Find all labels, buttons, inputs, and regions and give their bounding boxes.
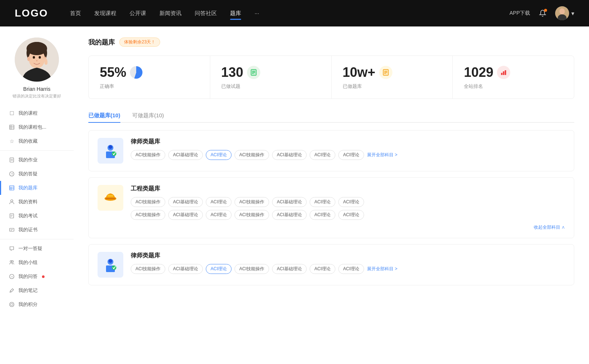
- tag-1-4[interactable]: ACI技能操作: [234, 150, 269, 160]
- nav-open-course[interactable]: 公开课: [130, 10, 146, 17]
- bank-icon-engineering: [98, 185, 123, 211]
- nav-news[interactable]: 新闻资讯: [159, 10, 181, 17]
- tag-3-6[interactable]: ACI理论: [310, 264, 335, 274]
- tag-1-5[interactable]: ACI基础理论: [272, 150, 307, 160]
- accuracy-label: 正确率: [100, 83, 199, 90]
- tag-1-3[interactable]: ACI理论: [206, 150, 232, 160]
- sidebar-item-points[interactable]: 我的积分: [0, 297, 74, 311]
- tag-2-2-6[interactable]: ACI理论: [310, 210, 335, 220]
- tag-2-2-4[interactable]: ACI技能操作: [234, 210, 269, 220]
- sidebar: Brian Harris 错误的决定比没有决定要好 ☐ 我的课程 我的课程包..…: [0, 26, 74, 364]
- divider-2: [0, 239, 74, 239]
- questions-dot: [42, 275, 45, 278]
- user-motto: 错误的决定比没有决定要好: [9, 93, 65, 99]
- tag-1-2[interactable]: ACI基础理论: [168, 150, 203, 160]
- page-header: 我的题库 体验剩余23天！: [88, 38, 574, 47]
- sidebar-item-notes[interactable]: 我的笔记: [0, 283, 74, 297]
- user-name: Brian Harris: [23, 86, 50, 92]
- sidebar-menu: ☐ 我的课程 我的课程包... ☆ 我的收藏 我的作业: [0, 106, 74, 311]
- chart-red-icon: [497, 66, 510, 79]
- tag-2-1-2[interactable]: ACI基础理论: [168, 197, 203, 207]
- svg-point-12: [36, 60, 38, 61]
- sidebar-item-courses[interactable]: ☐ 我的课程: [0, 106, 74, 120]
- doc-orange-icon: [379, 66, 392, 79]
- tag-3-4[interactable]: ACI技能操作: [234, 264, 269, 274]
- trial-badge: 体验剩余23天！: [119, 38, 160, 47]
- nav-home[interactable]: 首页: [70, 10, 81, 17]
- collapse-link-2[interactable]: 收起全部科目 ∧: [534, 223, 565, 231]
- tag-3-1[interactable]: ACI技能操作: [131, 264, 165, 274]
- chat-icon: [9, 246, 15, 251]
- tab-available[interactable]: 可做题库(10): [132, 109, 164, 122]
- nav-more[interactable]: ···: [254, 10, 259, 17]
- tag-3-5[interactable]: ACI基础理论: [272, 264, 307, 274]
- svg-text:?: ?: [11, 275, 13, 279]
- sidebar-item-certificates[interactable]: 我的证书: [0, 223, 74, 237]
- sidebar-item-groups[interactable]: 我的小组: [0, 256, 74, 270]
- package-icon: [9, 124, 15, 130]
- svg-point-3: [560, 8, 565, 14]
- tag-2-2-2[interactable]: ACI基础理论: [168, 210, 203, 220]
- nav-qa[interactable]: 问答社区: [195, 10, 217, 17]
- tag-2-1-4[interactable]: ACI技能操作: [234, 197, 269, 207]
- sidebar-item-one-on-one[interactable]: 一对一答疑: [0, 242, 74, 256]
- cert-icon: [9, 227, 15, 233]
- tag-1-1[interactable]: ACI技能操作: [131, 150, 165, 160]
- stats-row: 55% 正确率 130 已做试题 10w+: [88, 56, 574, 99]
- stat-accuracy: 55% 正确率: [89, 56, 210, 99]
- tag-2-1-5[interactable]: ACI基础理论: [272, 197, 307, 207]
- svg-line-37: [10, 291, 11, 292]
- tag-1-6[interactable]: ACI理论: [310, 150, 335, 160]
- tag-2-2-1[interactable]: ACI技能操作: [131, 210, 165, 220]
- svg-point-54: [109, 145, 112, 149]
- tag-2-1-6[interactable]: ACI理论: [310, 197, 335, 207]
- sidebar-item-homework[interactable]: 我的作业: [0, 153, 74, 167]
- sidebar-item-profile[interactable]: 我的资料: [0, 195, 74, 209]
- bank-name-3: 律师类题库: [131, 252, 565, 260]
- tag-3-7[interactable]: ACI理论: [338, 264, 364, 274]
- nav-links: 首页 发现课程 公开课 新闻资讯 问答社区 题库 ···: [70, 10, 495, 17]
- svg-point-7: [27, 42, 47, 55]
- tag-2-2-3[interactable]: ACI理论: [206, 210, 232, 220]
- tag-3-2[interactable]: ACI基础理论: [168, 264, 203, 274]
- questions-done-value: 130: [221, 65, 243, 80]
- tag-2-1-1[interactable]: ACI技能操作: [131, 197, 165, 207]
- svg-rect-27: [10, 214, 14, 218]
- sidebar-item-questions[interactable]: ? 我的问答: [0, 270, 74, 283]
- bank-icon-lawyer-2: [98, 252, 123, 278]
- bank-content-3: 律师类题库 ACI技能操作 ACI基础理论 ACI理论 ACI技能操作 ACI基…: [131, 252, 565, 274]
- tab-done[interactable]: 已做题库(10): [88, 109, 120, 122]
- bank-card-3: 律师类题库 ACI技能操作 ACI基础理论 ACI理论 ACI技能操作 ACI基…: [88, 244, 574, 285]
- rank-label: 全站排名: [464, 83, 563, 90]
- tag-1-7[interactable]: ACI理论: [338, 150, 364, 160]
- expand-link-1[interactable]: 展开全部科目 >: [367, 150, 397, 160]
- notification-bell[interactable]: [537, 8, 548, 18]
- user-avatar-menu[interactable]: ▾: [555, 6, 574, 20]
- svg-rect-17: [10, 158, 14, 162]
- nav-discover[interactable]: 发现课程: [94, 10, 116, 17]
- svg-rect-50: [501, 73, 502, 75]
- svg-rect-30: [10, 228, 14, 231]
- app-download-button[interactable]: APP下载: [509, 10, 530, 17]
- bank-name-2: 工程类题库: [131, 185, 565, 193]
- sidebar-item-exams[interactable]: 我的考试: [0, 209, 74, 223]
- expand-link-3[interactable]: 展开全部科目 >: [367, 264, 397, 274]
- nav-question-bank[interactable]: 题库: [230, 10, 241, 17]
- tag-2-2-5[interactable]: ACI基础理论: [272, 210, 307, 220]
- tag-3-3[interactable]: ACI理论: [206, 264, 232, 274]
- tag-2-2-7[interactable]: ACI理论: [338, 210, 364, 220]
- svg-rect-59: [107, 195, 113, 197]
- star-icon: ☆: [9, 138, 15, 144]
- sidebar-item-qa[interactable]: ? 我的答疑: [0, 167, 74, 181]
- doc-green-icon: [247, 66, 260, 79]
- tags-row-3: ACI技能操作 ACI基础理论 ACI理论 ACI技能操作 ACI基础理论 AC…: [131, 264, 565, 274]
- svg-point-26: [11, 200, 13, 202]
- logo[interactable]: LOGO: [15, 7, 48, 19]
- sidebar-item-course-packages[interactable]: 我的课程包...: [0, 120, 74, 134]
- sidebar-item-question-bank[interactable]: 我的题库: [0, 181, 74, 195]
- rank-value: 1029: [464, 65, 493, 80]
- sidebar-item-favorites[interactable]: ☆ 我的收藏: [0, 134, 74, 148]
- bank-content-1: 律师类题库 ACI技能操作 ACI基础理论 ACI理论 ACI技能操作 ACI基…: [131, 138, 565, 160]
- tag-2-1-3[interactable]: ACI理论: [206, 197, 232, 207]
- tag-2-1-7[interactable]: ACI理论: [338, 197, 364, 207]
